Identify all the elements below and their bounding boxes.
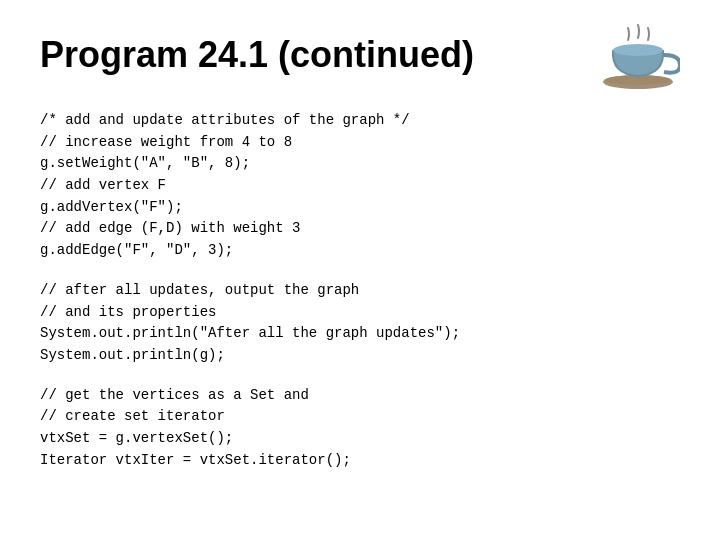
- slide-container: Program 24.1 (continued) /: [0, 0, 720, 540]
- title-row: Program 24.1 (continued): [40, 20, 680, 90]
- svg-point-2: [613, 44, 663, 56]
- code-section-2: // after all updates, output the graph /…: [40, 280, 680, 367]
- code-block-1: /* add and update attributes of the grap…: [40, 110, 680, 262]
- code-section-1: /* add and update attributes of the grap…: [40, 110, 680, 262]
- coffee-cup-icon: [600, 20, 680, 90]
- code-block-2: // after all updates, output the graph /…: [40, 280, 680, 367]
- code-section-3: // get the vertices as a Set and // crea…: [40, 385, 680, 472]
- slide-title: Program 24.1 (continued): [40, 34, 474, 76]
- code-sections: /* add and update attributes of the grap…: [40, 110, 680, 471]
- code-block-3: // get the vertices as a Set and // crea…: [40, 385, 680, 472]
